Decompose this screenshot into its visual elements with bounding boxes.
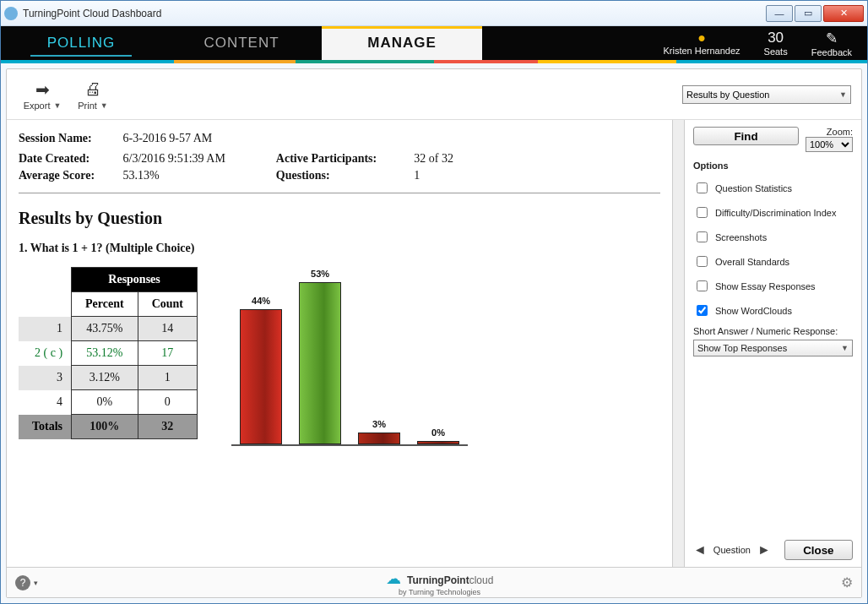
minimize-button[interactable]: —	[766, 5, 793, 22]
maximize-button[interactable]: ▭	[795, 5, 822, 22]
chevron-down-icon[interactable]: ▼	[100, 101, 108, 110]
window-title: TurningPoint Cloud Dashboard	[23, 8, 764, 19]
close-window-button[interactable]: ✕	[823, 5, 864, 22]
brand-logo: ☁ TurningPointcloud by Turning Technolog…	[38, 569, 841, 596]
brand-light: cloud	[469, 574, 494, 586]
top-meta: ● Kristen Hernandez 30 Seats ✎ Feedback	[648, 26, 867, 60]
table-row: 2 ( c ) 53.12% 17	[19, 341, 198, 366]
chevron-down-icon[interactable]: ▼	[53, 101, 61, 110]
report-heading: Results by Question	[19, 209, 660, 228]
checkbox[interactable]	[697, 305, 708, 316]
questions-label: Questions:	[276, 169, 411, 182]
questions-value: 1	[414, 169, 420, 182]
question-nav: ◄ Question ► Close	[693, 540, 853, 560]
active-participants-value: 32 of 32	[414, 152, 453, 165]
feedback-icon: ✎	[811, 30, 852, 47]
export-icon: ➡	[17, 79, 68, 101]
row-percent: 43.75%	[72, 317, 138, 341]
close-button[interactable]: Close	[784, 540, 853, 560]
responses-bar-chart: 44% 53% 3% 0%	[231, 267, 468, 453]
chart-bar-label: 44%	[240, 296, 282, 306]
report-pane: Session Name: 6-3-2016 9-57 AM Date Crea…	[7, 120, 672, 567]
table-row: 3 3.12% 1	[19, 366, 198, 390]
user-indicator[interactable]: ● Kristen Hernandez	[663, 30, 740, 56]
option-screenshots[interactable]: Screenshots	[693, 229, 853, 245]
chart-baseline	[231, 444, 468, 446]
chart-bar: 44%	[240, 309, 282, 444]
report-type-value: Results by Question	[686, 90, 769, 100]
option-question-statistics[interactable]: Question Statistics	[693, 180, 853, 196]
option-show-wordclouds[interactable]: Show WordClouds	[693, 302, 853, 318]
responses-table: Responses PercentCount 1 43.75% 14 2 ( c…	[19, 267, 198, 439]
print-button[interactable]: 🖨 Print ▼	[68, 79, 118, 111]
tab-content[interactable]: CONTENT	[161, 26, 322, 60]
chart-bar-label: 53%	[299, 269, 341, 279]
checkbox[interactable]	[697, 256, 708, 267]
short-answer-select[interactable]: Show Top Responses ▼	[693, 340, 853, 356]
totals-count: 32	[138, 415, 197, 439]
chart-bar: 3%	[358, 433, 400, 444]
option-show-essay[interactable]: Show Essay Responses	[693, 278, 853, 294]
footer: ? ▾ ☁ TurningPointcloud by Turning Techn…	[7, 567, 861, 597]
chart-bar: 53%	[299, 282, 341, 444]
cloud-icon: ☁	[386, 570, 401, 587]
percent-header: Percent	[72, 292, 138, 317]
row-label: 3	[19, 366, 72, 390]
checkbox[interactable]	[697, 207, 708, 218]
next-question-button[interactable]: ►	[757, 542, 771, 558]
totals-label: Totals	[19, 415, 72, 439]
chevron-down-icon: ▼	[839, 90, 847, 99]
export-button[interactable]: ➡ Export ▼	[17, 79, 68, 111]
checkbox[interactable]	[697, 280, 708, 291]
app-window: TurningPoint Cloud Dashboard — ▭ ✕ POLLI…	[0, 0, 868, 604]
count-header: Count	[138, 292, 197, 317]
average-score-label: Average Score:	[19, 169, 120, 182]
active-participants-label: Active Participants:	[276, 152, 411, 166]
user-icon: ●	[663, 30, 740, 46]
date-created-value: 6/3/2016 9:51:39 AM	[123, 152, 225, 165]
average-score-value: 53.13%	[123, 169, 160, 182]
zoom-label: Zoom:	[806, 127, 853, 137]
help-button[interactable]: ?	[15, 575, 30, 590]
row-count: 14	[138, 317, 197, 341]
feedback-label: Feedback	[811, 47, 852, 57]
row-label: 2 ( c )	[19, 341, 72, 366]
seats-indicator[interactable]: 30 Seats	[764, 30, 788, 57]
brand-sub: by Turning Technologies	[38, 588, 841, 596]
find-button[interactable]: Find	[693, 127, 799, 145]
app-icon	[4, 7, 18, 20]
session-name-label: Session Name:	[19, 132, 120, 145]
tab-polling[interactable]: POLLING	[1, 26, 161, 60]
row-count: 1	[138, 366, 197, 390]
seats-label: Seats	[764, 46, 788, 57]
feedback-button[interactable]: ✎ Feedback	[811, 30, 852, 57]
checkbox[interactable]	[697, 231, 708, 242]
vertical-scrollbar[interactable]	[672, 120, 684, 567]
prev-question-button[interactable]: ◄	[693, 542, 707, 558]
option-overall-standards[interactable]: Overall Standards	[693, 253, 853, 269]
brand-bold: TurningPoint	[407, 574, 469, 586]
titlebar: TurningPoint Cloud Dashboard — ▭ ✕	[1, 1, 867, 26]
table-row: 1 43.75% 14	[19, 317, 198, 341]
row-percent: 53.12%	[72, 341, 138, 366]
row-label: 1	[19, 317, 72, 341]
session-name-value: 6-3-2016 9-57 AM	[123, 132, 213, 144]
chevron-down-icon: ▼	[841, 344, 849, 352]
tab-manage[interactable]: MANAGE	[322, 26, 482, 60]
date-created-label: Date Created:	[19, 152, 120, 166]
top-nav: POLLING CONTENT MANAGE ● Kristen Hernand…	[1, 26, 867, 60]
row-count: 0	[138, 390, 197, 415]
settings-button[interactable]: ⚙	[841, 574, 853, 590]
checkbox[interactable]	[697, 182, 708, 193]
window-buttons: — ▭ ✕	[764, 5, 864, 22]
option-difficulty-index[interactable]: Difficulty/Discrimination Index	[693, 204, 853, 220]
zoom-select[interactable]: 100%	[806, 137, 853, 152]
chart-bar-label: 3%	[358, 419, 400, 429]
seats-count: 30	[764, 30, 788, 46]
print-icon: 🖨	[68, 79, 118, 101]
chart-bar-label: 0%	[417, 427, 459, 438]
rainbow-divider	[1, 60, 867, 63]
report-type-select[interactable]: Results by Question ▼	[682, 85, 851, 104]
chart-bar: 0%	[417, 441, 459, 444]
table-row: 4 0% 0	[19, 390, 198, 415]
